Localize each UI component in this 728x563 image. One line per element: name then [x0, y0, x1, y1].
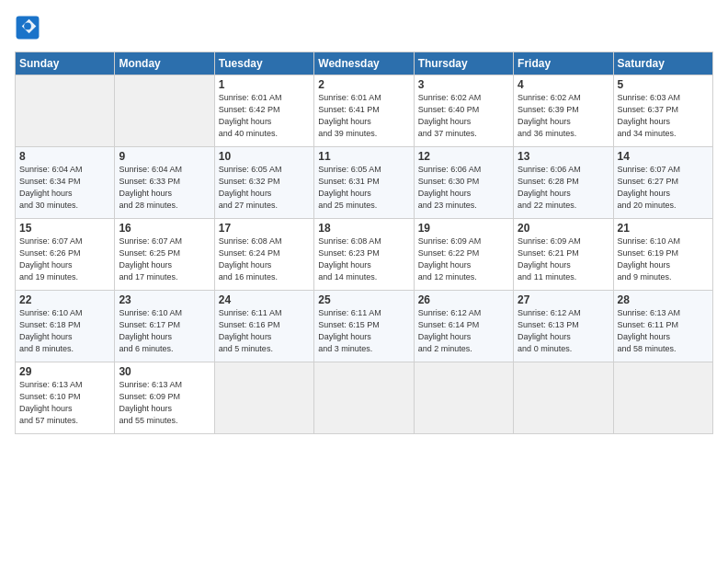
day-info: Sunrise: 6:03 AMSunset: 6:37 PMDaylight …: [618, 92, 709, 140]
day-number: 4: [518, 78, 609, 91]
col-header-thursday: Thursday: [414, 52, 513, 75]
day-info: Sunrise: 6:05 AMSunset: 6:32 PMDaylight …: [219, 164, 310, 212]
day-number: 26: [418, 293, 509, 306]
day-info: Sunrise: 6:04 AMSunset: 6:33 PMDaylight …: [119, 164, 210, 212]
day-info: Sunrise: 6:09 AMSunset: 6:21 PMDaylight …: [518, 236, 609, 283]
day-number: 20: [518, 222, 609, 235]
logo-icon: [15, 15, 40, 40]
calendar-cell: 14Sunrise: 6:07 AMSunset: 6:27 PMDayligh…: [613, 147, 712, 219]
col-header-tuesday: Tuesday: [214, 52, 313, 75]
day-number: 28: [618, 293, 709, 306]
day-number: 13: [518, 150, 609, 163]
calendar-cell: 28Sunrise: 6:13 AMSunset: 6:11 PMDayligh…: [613, 291, 712, 362]
day-number: 27: [518, 293, 609, 306]
day-info: Sunrise: 6:07 AMSunset: 6:26 PMDaylight …: [19, 236, 110, 283]
calendar-cell: 16Sunrise: 6:07 AMSunset: 6:25 PMDayligh…: [115, 219, 214, 291]
logo: [15, 15, 44, 40]
week-row-3: 15Sunrise: 6:07 AMSunset: 6:26 PMDayligh…: [16, 219, 713, 291]
day-number: 23: [119, 293, 210, 306]
calendar-cell: 1Sunrise: 6:01 AMSunset: 6:42 PMDaylight…: [214, 75, 313, 147]
calendar-cell: 13Sunrise: 6:06 AMSunset: 6:28 PMDayligh…: [514, 147, 613, 219]
week-row-4: 22Sunrise: 6:10 AMSunset: 6:18 PMDayligh…: [16, 291, 713, 362]
calendar-cell: 27Sunrise: 6:12 AMSunset: 6:13 PMDayligh…: [514, 291, 613, 362]
day-info: Sunrise: 6:10 AMSunset: 6:19 PMDaylight …: [618, 236, 709, 283]
calendar-cell: 3Sunrise: 6:02 AMSunset: 6:40 PMDaylight…: [414, 75, 513, 147]
day-info: Sunrise: 6:02 AMSunset: 6:39 PMDaylight …: [518, 92, 609, 140]
day-info: Sunrise: 6:13 AMSunset: 6:09 PMDaylight …: [119, 379, 210, 427]
day-info: Sunrise: 6:11 AMSunset: 6:16 PMDaylight …: [219, 307, 310, 355]
calendar-cell: [115, 75, 214, 147]
calendar-cell: [613, 362, 712, 434]
calendar-cell: 24Sunrise: 6:11 AMSunset: 6:16 PMDayligh…: [214, 291, 313, 362]
calendar-cell: 29Sunrise: 6:13 AMSunset: 6:10 PMDayligh…: [16, 362, 115, 434]
calendar-cell: 20Sunrise: 6:09 AMSunset: 6:21 PMDayligh…: [514, 219, 613, 291]
calendar-cell: 2Sunrise: 6:01 AMSunset: 6:41 PMDaylight…: [314, 75, 414, 147]
calendar-cell: [514, 362, 613, 434]
day-info: Sunrise: 6:05 AMSunset: 6:31 PMDaylight …: [318, 164, 409, 212]
day-info: Sunrise: 6:01 AMSunset: 6:41 PMDaylight …: [318, 92, 409, 140]
day-info: Sunrise: 6:08 AMSunset: 6:24 PMDaylight …: [219, 236, 310, 283]
day-number: 17: [219, 222, 310, 235]
calendar-cell: 17Sunrise: 6:08 AMSunset: 6:24 PMDayligh…: [214, 219, 313, 291]
day-number: 22: [19, 293, 110, 306]
col-header-friday: Friday: [514, 52, 613, 75]
calendar-cell: 25Sunrise: 6:11 AMSunset: 6:15 PMDayligh…: [314, 291, 414, 362]
week-row-5: 29Sunrise: 6:13 AMSunset: 6:10 PMDayligh…: [16, 362, 713, 434]
calendar-cell: 12Sunrise: 6:06 AMSunset: 6:30 PMDayligh…: [414, 147, 513, 219]
day-info: Sunrise: 6:07 AMSunset: 6:27 PMDaylight …: [618, 164, 709, 212]
day-number: 24: [219, 293, 310, 306]
calendar-cell: 10Sunrise: 6:05 AMSunset: 6:32 PMDayligh…: [214, 147, 313, 219]
calendar-cell: [314, 362, 414, 434]
day-number: 29: [19, 365, 110, 378]
day-number: 14: [618, 150, 709, 163]
calendar-cell: 22Sunrise: 6:10 AMSunset: 6:18 PMDayligh…: [16, 291, 115, 362]
day-number: 16: [119, 222, 210, 235]
day-info: Sunrise: 6:04 AMSunset: 6:34 PMDaylight …: [19, 164, 110, 212]
calendar-cell: 30Sunrise: 6:13 AMSunset: 6:09 PMDayligh…: [115, 362, 214, 434]
calendar-cell: [16, 75, 115, 147]
day-number: 3: [418, 78, 509, 91]
day-info: Sunrise: 6:13 AMSunset: 6:11 PMDaylight …: [618, 307, 709, 355]
day-info: Sunrise: 6:12 AMSunset: 6:13 PMDaylight …: [518, 307, 609, 355]
col-header-saturday: Saturday: [613, 52, 712, 75]
calendar-cell: 5Sunrise: 6:03 AMSunset: 6:37 PMDaylight…: [613, 75, 712, 147]
day-info: Sunrise: 6:07 AMSunset: 6:25 PMDaylight …: [119, 236, 210, 283]
calendar-table: SundayMondayTuesdayWednesdayThursdayFrid…: [15, 52, 713, 434]
day-info: Sunrise: 6:13 AMSunset: 6:10 PMDaylight …: [19, 379, 110, 427]
day-info: Sunrise: 6:10 AMSunset: 6:18 PMDaylight …: [19, 307, 110, 355]
day-info: Sunrise: 6:06 AMSunset: 6:28 PMDaylight …: [518, 164, 609, 212]
calendar-cell: 8Sunrise: 6:04 AMSunset: 6:34 PMDaylight…: [16, 147, 115, 219]
day-number: 5: [618, 78, 709, 91]
week-row-1: 1Sunrise: 6:01 AMSunset: 6:42 PMDaylight…: [16, 75, 713, 147]
calendar-cell: 4Sunrise: 6:02 AMSunset: 6:39 PMDaylight…: [514, 75, 613, 147]
day-number: 12: [418, 150, 509, 163]
col-header-monday: Monday: [115, 52, 214, 75]
day-number: 10: [219, 150, 310, 163]
day-number: 25: [318, 293, 409, 306]
calendar-cell: 23Sunrise: 6:10 AMSunset: 6:17 PMDayligh…: [115, 291, 214, 362]
calendar-cell: 18Sunrise: 6:08 AMSunset: 6:23 PMDayligh…: [314, 219, 414, 291]
calendar-cell: 26Sunrise: 6:12 AMSunset: 6:14 PMDayligh…: [414, 291, 513, 362]
svg-point-2: [24, 23, 31, 30]
day-info: Sunrise: 6:12 AMSunset: 6:14 PMDaylight …: [418, 307, 509, 355]
day-info: Sunrise: 6:06 AMSunset: 6:30 PMDaylight …: [418, 164, 509, 212]
header: [15, 15, 713, 40]
calendar-cell: 21Sunrise: 6:10 AMSunset: 6:19 PMDayligh…: [613, 219, 712, 291]
day-info: Sunrise: 6:08 AMSunset: 6:23 PMDaylight …: [318, 236, 409, 283]
day-info: Sunrise: 6:10 AMSunset: 6:17 PMDaylight …: [119, 307, 210, 355]
calendar-cell: 11Sunrise: 6:05 AMSunset: 6:31 PMDayligh…: [314, 147, 414, 219]
calendar-cell: 15Sunrise: 6:07 AMSunset: 6:26 PMDayligh…: [16, 219, 115, 291]
day-info: Sunrise: 6:02 AMSunset: 6:40 PMDaylight …: [418, 92, 509, 140]
calendar-cell: 9Sunrise: 6:04 AMSunset: 6:33 PMDaylight…: [115, 147, 214, 219]
day-number: 2: [318, 78, 409, 91]
calendar-cell: [214, 362, 313, 434]
day-number: 30: [119, 365, 210, 378]
col-header-sunday: Sunday: [16, 52, 115, 75]
day-number: 11: [318, 150, 409, 163]
day-info: Sunrise: 6:09 AMSunset: 6:22 PMDaylight …: [418, 236, 509, 283]
day-number: 18: [318, 222, 409, 235]
day-number: 21: [618, 222, 709, 235]
col-header-wednesday: Wednesday: [314, 52, 414, 75]
day-info: Sunrise: 6:11 AMSunset: 6:15 PMDaylight …: [318, 307, 409, 355]
day-number: 1: [219, 78, 310, 91]
